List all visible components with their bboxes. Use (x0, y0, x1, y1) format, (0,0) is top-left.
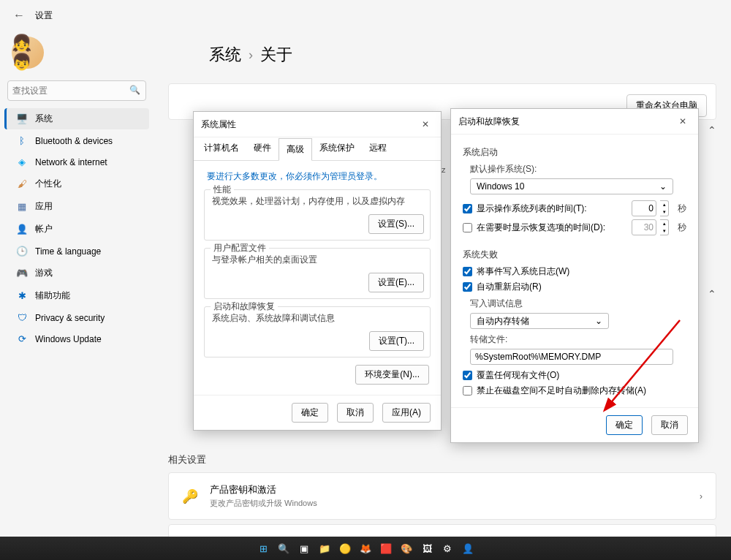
display-os-list-checkbox[interactable] (463, 204, 472, 213)
disable-auto-delete-checkbox[interactable] (463, 386, 472, 396)
back-button[interactable]: ← (13, 9, 25, 22)
app-icon[interactable]: 👤 (461, 541, 475, 556)
group-title: 用户配置文件 (211, 243, 269, 254)
dump-file-value: %SystemRoot%\MEMORY.DMP (475, 352, 601, 362)
card-subtitle: 更改产品密钥或升级 Windows (210, 498, 317, 509)
sidebar-item-label: Bluetooth & devices (35, 136, 113, 146)
search-icon: 🔍 (129, 85, 140, 95)
sidebar-item-4[interactable]: ▦应用 (4, 196, 149, 217)
chevron-up-icon[interactable]: ⌃ (708, 124, 716, 136)
user-avatar[interactable]: 👧👦 (12, 37, 44, 69)
start-button[interactable]: ⊞ (256, 541, 270, 556)
display-recovery-checkbox[interactable] (463, 223, 472, 232)
tab-2[interactable]: 高级 (279, 138, 312, 161)
dump-file-input[interactable]: %SystemRoot%\MEMORY.DMP (470, 349, 673, 365)
breadcrumb-current: 关于 (260, 44, 292, 66)
spinner: ▴▾ (660, 219, 669, 235)
sidebar-icon: 🖥️ (16, 113, 28, 124)
auto-restart-checkbox[interactable] (463, 282, 472, 292)
sidebar-item-label: 个性化 (35, 178, 61, 190)
startup-recovery-dialog: 启动和故障恢复 ✕ 系统启动 默认操作系统(S): Windows 10 ⌄ 显… (450, 108, 699, 443)
group-settings-button-2[interactable]: 设置(T)... (369, 331, 424, 351)
chevron-right-icon: › (249, 48, 253, 63)
overwrite-label: 覆盖任何现有文件(O) (477, 369, 559, 382)
sidebar-icon: 🛡 (16, 312, 28, 323)
sidebar-icon: 🎮 (16, 268, 28, 279)
sidebar-icon: ✱ (16, 290, 28, 301)
chevron-down-icon: ⌄ (659, 181, 667, 192)
group-settings-button-0[interactable]: 设置(S)... (368, 214, 424, 234)
close-icon[interactable]: ✕ (417, 118, 433, 131)
sidebar-item-9[interactable]: 🛡Privacy & security (4, 308, 149, 328)
display-os-time-input[interactable]: 0 (632, 200, 656, 216)
display-recovery-label: 在需要时显示恢复选项的时间(D): (477, 222, 627, 234)
settings-icon[interactable]: ⚙ (440, 541, 455, 556)
sidebar-item-10[interactable]: ⟳Windows Update (4, 329, 149, 349)
taskbar[interactable]: ⊞ 🔍 ▣ 📁 🟡 🦊 🟥 🎨 🖼 ⚙ 👤 (0, 537, 731, 560)
system-properties-dialog: 系统属性 ✕ 计算机名硬件高级系统保护远程 要进行大多数更改，你必须作为管理员登… (193, 111, 442, 431)
write-event-checkbox[interactable] (463, 267, 472, 276)
sec-unit: 秒 (678, 222, 686, 234)
section-startup-heading: 系统启动 (463, 146, 686, 159)
chevron-right-icon: › (700, 491, 702, 502)
search-input[interactable] (7, 80, 146, 101)
default-os-value: Windows 10 (477, 181, 524, 192)
env-vars-button[interactable]: 环境变量(N)... (355, 365, 429, 385)
sidebar-item-6[interactable]: 🕒Time & language (4, 241, 149, 261)
display-os-list-label: 显示操作系统列表的时间(T): (477, 203, 627, 215)
spinner[interactable]: ▴▾ (660, 200, 669, 216)
photos-icon[interactable]: 🖼 (420, 541, 434, 556)
sidebar-icon: ⟳ (16, 333, 28, 344)
sidebar-item-8[interactable]: ✱辅助功能 (4, 285, 149, 306)
debug-info-select[interactable]: 自动内存转储 ⌄ (470, 313, 609, 329)
card-title: 产品密钥和激活 (210, 483, 317, 496)
tab-3[interactable]: 系统保护 (312, 137, 362, 160)
app-icon[interactable]: 🟥 (379, 541, 393, 556)
tab-1[interactable]: 硬件 (246, 137, 279, 160)
paint-icon[interactable]: 🎨 (399, 541, 414, 556)
write-event-label: 将事件写入系统日志(W) (477, 265, 569, 278)
task-view-icon[interactable]: ▣ (297, 541, 311, 556)
cancel-button[interactable]: 取消 (337, 403, 374, 423)
debug-info-value: 自动内存转储 (477, 315, 529, 328)
apply-button[interactable]: 应用(A) (382, 403, 431, 423)
section-failure-heading: 系统失败 (463, 249, 686, 261)
sidebar-item-2[interactable]: ◈Network & internet (4, 152, 149, 172)
related-card-0[interactable]: 🔑产品密钥和激活更改产品密钥或升级 Windows› (168, 472, 716, 520)
dialog-title: 启动和故障恢复 (458, 116, 520, 128)
chevron-up-icon[interactable]: ⌃ (708, 288, 716, 300)
sidebar-item-label: Time & language (35, 246, 101, 257)
firefox-icon[interactable]: 🦊 (358, 541, 373, 556)
sidebar-item-0[interactable]: 🖥️系统 (4, 108, 149, 129)
breadcrumb: 系统 › 关于 (209, 44, 716, 66)
ok-button[interactable]: 确定 (606, 415, 643, 435)
sidebar-item-7[interactable]: 🎮游戏 (4, 262, 149, 284)
sec-unit: 秒 (678, 203, 686, 215)
group-title: 启动和故障恢复 (211, 301, 278, 312)
group-desc: 视觉效果，处理器计划，内存使用，以及虚拟内存 (212, 196, 423, 207)
disable-auto-delete-label: 禁止在磁盘空间不足时自动删除内存转储(A) (477, 385, 646, 397)
tab-4[interactable]: 远程 (362, 137, 394, 160)
ok-button[interactable]: 确定 (292, 403, 328, 423)
breadcrumb-parent[interactable]: 系统 (209, 44, 241, 66)
sidebar-item-5[interactable]: 👤帐户 (4, 219, 149, 240)
sidebar-item-label: Windows Update (35, 334, 102, 344)
cancel-button[interactable]: 取消 (651, 415, 688, 435)
close-icon[interactable]: ✕ (675, 115, 691, 128)
file-explorer-icon[interactable]: 📁 (317, 541, 332, 556)
overwrite-checkbox[interactable] (463, 371, 472, 380)
sidebar-icon: 👤 (16, 224, 28, 235)
group-title: 性能 (211, 184, 234, 195)
tab-0[interactable]: 计算机名 (197, 137, 246, 160)
sidebar-item-label: 游戏 (35, 267, 53, 279)
sidebar-item-1[interactable]: ᛒBluetooth & devices (4, 131, 149, 151)
sidebar-icon: 🖌 (16, 178, 28, 189)
sidebar-item-3[interactable]: 🖌个性化 (4, 173, 149, 194)
chrome-icon[interactable]: 🟡 (338, 541, 352, 556)
debug-info-label: 写入调试信息 (470, 298, 686, 310)
group-settings-button-1[interactable]: 设置(E)... (368, 273, 424, 292)
header-title: 设置 (35, 10, 53, 22)
sidebar-icon: 🕒 (16, 246, 28, 257)
search-icon[interactable]: 🔍 (276, 541, 291, 556)
default-os-select[interactable]: Windows 10 ⌄ (470, 178, 673, 194)
